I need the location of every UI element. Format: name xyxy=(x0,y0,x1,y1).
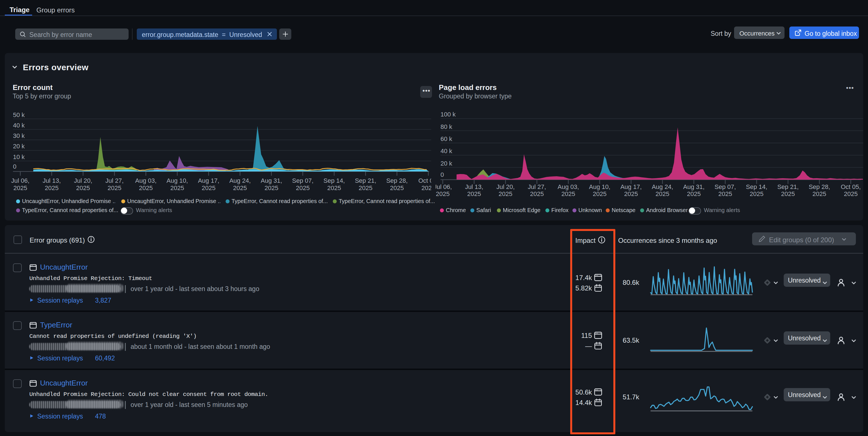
svg-text:2025: 2025 xyxy=(844,190,858,197)
svg-text:40 k: 40 k xyxy=(13,122,25,129)
svg-text:Sep 28,: Sep 28, xyxy=(809,183,830,190)
svg-text:100 k: 100 k xyxy=(440,112,456,118)
svg-text:40 k: 40 k xyxy=(440,148,453,155)
svg-text:Sep 07,: Sep 07, xyxy=(292,177,314,184)
svg-text:2025: 2025 xyxy=(750,190,764,197)
svg-text:Jul 13,: Jul 13, xyxy=(42,177,61,184)
svg-text:Jul 13,: Jul 13, xyxy=(465,183,483,190)
svg-text:0: 0 xyxy=(13,163,17,170)
svg-text:Aug 24,: Aug 24, xyxy=(652,183,673,190)
svg-text:2025: 2025 xyxy=(202,184,215,191)
svg-text:2025: 2025 xyxy=(812,190,826,197)
svg-text:2025: 2025 xyxy=(656,190,670,197)
svg-text:Aug 03,: Aug 03, xyxy=(135,177,156,184)
svg-text:Jul 06,: Jul 06, xyxy=(11,177,30,184)
svg-text:20 k: 20 k xyxy=(440,160,453,167)
svg-text:2025: 2025 xyxy=(421,184,431,191)
svg-text:2025: 2025 xyxy=(624,190,638,197)
svg-text:60 k: 60 k xyxy=(440,135,453,143)
svg-text:2025: 2025 xyxy=(593,190,607,197)
svg-text:20 k: 20 k xyxy=(13,143,25,150)
svg-text:2025: 2025 xyxy=(561,190,575,197)
svg-text:2025: 2025 xyxy=(467,190,481,197)
svg-text:2025: 2025 xyxy=(139,184,153,191)
svg-text:2025: 2025 xyxy=(13,184,27,191)
svg-text:Aug 17,: Aug 17, xyxy=(198,177,219,184)
svg-text:10 k: 10 k xyxy=(13,153,25,160)
svg-text:80 k: 80 k xyxy=(440,123,453,130)
svg-text:Aug 10,: Aug 10, xyxy=(589,183,611,190)
svg-text:Aug 10,: Aug 10, xyxy=(167,177,188,184)
svg-text:Sep 07,: Sep 07, xyxy=(715,183,736,190)
svg-text:2025: 2025 xyxy=(233,184,247,191)
svg-text:Aug 31,: Aug 31, xyxy=(260,177,282,184)
svg-text:2025: 2025 xyxy=(436,190,450,197)
svg-text:2025: 2025 xyxy=(530,190,544,197)
svg-text:Jul 06,: Jul 06, xyxy=(436,183,452,190)
svg-text:2025: 2025 xyxy=(499,190,513,197)
svg-text:Aug 03,: Aug 03, xyxy=(558,183,579,190)
svg-text:Aug 17,: Aug 17, xyxy=(620,183,642,190)
svg-text:Oct 05,: Oct 05, xyxy=(418,177,431,184)
svg-text:2025: 2025 xyxy=(718,190,732,197)
svg-text:Jul 27,: Jul 27, xyxy=(105,177,124,184)
svg-text:50 k: 50 k xyxy=(13,112,25,119)
svg-text:2025: 2025 xyxy=(359,184,373,191)
svg-text:0: 0 xyxy=(440,171,444,178)
svg-text:Sep 28,: Sep 28, xyxy=(386,177,408,184)
svg-text:Sep 14,: Sep 14, xyxy=(323,177,345,184)
svg-text:30 k: 30 k xyxy=(13,132,25,139)
svg-text:2025: 2025 xyxy=(170,184,184,191)
svg-text:2025: 2025 xyxy=(328,184,341,191)
svg-text:Jul 20,: Jul 20, xyxy=(74,177,92,184)
svg-text:Sep 21,: Sep 21, xyxy=(355,177,376,184)
svg-text:Aug 31,: Aug 31, xyxy=(683,183,705,190)
svg-text:2025: 2025 xyxy=(76,184,90,191)
svg-text:2025: 2025 xyxy=(107,184,121,191)
svg-text:Sep 21,: Sep 21, xyxy=(777,183,799,190)
svg-text:2025: 2025 xyxy=(265,184,278,191)
svg-text:2025: 2025 xyxy=(296,184,310,191)
svg-text:Oct 05,: Oct 05, xyxy=(841,183,861,190)
svg-text:Jul 20,: Jul 20, xyxy=(496,183,515,190)
svg-text:2025: 2025 xyxy=(390,184,404,191)
svg-text:2025: 2025 xyxy=(687,190,701,197)
svg-text:Sep 14,: Sep 14, xyxy=(746,183,767,190)
svg-text:Aug 24,: Aug 24, xyxy=(229,177,251,184)
svg-text:2025: 2025 xyxy=(45,184,59,191)
svg-text:Jul 27,: Jul 27, xyxy=(528,183,546,190)
svg-text:2025: 2025 xyxy=(781,190,795,197)
